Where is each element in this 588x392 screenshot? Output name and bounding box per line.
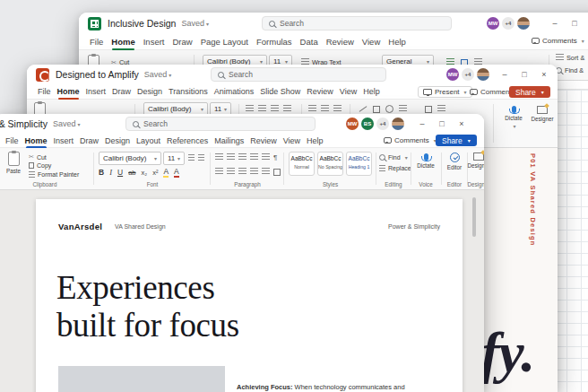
avatar[interactable]: MW <box>487 17 499 30</box>
sort-filter-button[interactable]: Sort & <box>556 54 584 62</box>
find-select-button[interactable]: Find & <box>556 66 584 74</box>
avatar[interactable]: BS <box>361 118 374 130</box>
chevron-down-icon: ▾ <box>224 106 227 112</box>
font-group-label: Font <box>99 181 206 187</box>
tab-home[interactable]: Home <box>25 135 48 147</box>
underline-button[interactable]: U <box>117 168 123 177</box>
comments-button[interactable]: Comments ▾ <box>384 136 437 144</box>
shapes-icons[interactable] <box>359 105 407 113</box>
tab-data[interactable]: Data <box>300 35 318 48</box>
tab-file[interactable]: File <box>90 35 103 48</box>
maximize-button[interactable]: □ <box>432 119 452 128</box>
font-size-select[interactable]: 11 ▾ <box>163 152 185 165</box>
subscript-button[interactable]: x₂ <box>141 169 147 177</box>
tab-review[interactable]: Review <box>326 35 354 48</box>
dictate-button[interactable]: Dictate ▾ <box>500 105 527 129</box>
comments-button[interactable]: Comments ▾ <box>532 37 584 45</box>
minimize-button[interactable]: – <box>495 70 514 79</box>
close-button[interactable]: × <box>452 119 471 128</box>
share-button[interactable]: Share ▾ <box>436 135 477 146</box>
tab-insert[interactable]: Insert <box>143 35 165 48</box>
tab-review[interactable]: Review <box>307 85 333 98</box>
tab-view[interactable]: View <box>362 35 380 48</box>
minimize-button[interactable]: – <box>412 119 432 128</box>
maximize-button[interactable]: □ <box>514 70 534 79</box>
tab-home[interactable]: Home <box>111 35 134 48</box>
tab-draw[interactable]: Draw <box>112 85 131 98</box>
tab-file[interactable]: File <box>5 135 19 147</box>
highlight-color-button[interactable]: A <box>163 167 169 178</box>
tab-review[interactable]: Review <box>250 135 277 147</box>
find-button[interactable]: Find ▾ <box>379 154 408 161</box>
format-painter-button[interactable]: Format Painter <box>29 171 79 178</box>
tab-draw[interactable]: Draw <box>172 35 192 48</box>
dictate-button[interactable]: Dictate <box>414 152 437 169</box>
avatar-overflow-count[interactable]: +4 <box>462 68 474 81</box>
chevron-down-icon: ▾ <box>154 155 157 161</box>
style-card-heading1[interactable]: AaBbCc Heading 1 <box>346 152 372 176</box>
italic-button[interactable]: I <box>109 168 112 177</box>
tab-file[interactable]: File <box>38 85 51 98</box>
avatar-overflow-count[interactable]: +4 <box>376 118 389 130</box>
bullets-icon <box>215 153 223 161</box>
editor-button[interactable]: Editor <box>444 152 465 170</box>
tab-view[interactable]: View <box>283 135 300 147</box>
font-color-button[interactable]: A <box>174 167 179 178</box>
close-button[interactable]: × <box>584 19 588 28</box>
maximize-button[interactable]: □ <box>565 19 584 28</box>
paragraph-row1-buttons[interactable]: ¶ <box>215 153 277 161</box>
vertical-scrollbar[interactable] <box>472 197 476 237</box>
tab-transitions[interactable]: Transitions <box>169 85 208 98</box>
tab-help[interactable]: Help <box>363 85 380 98</box>
present-button[interactable]: Present ▾ <box>418 86 472 98</box>
avatar-photo[interactable] <box>392 118 404 130</box>
arrange-icons[interactable] <box>425 105 445 113</box>
powerpoint-search-input[interactable]: Search <box>211 67 386 82</box>
paragraph-row2-buttons[interactable] <box>215 168 281 176</box>
font-name-select[interactable]: Calibri (Body) ▾ <box>99 152 161 165</box>
tab-help[interactable]: Help <box>307 135 324 147</box>
tab-mailings[interactable]: Mailings <box>214 135 244 147</box>
designer-button[interactable]: Designer <box>469 152 484 169</box>
avatar-photo[interactable] <box>517 17 530 30</box>
copy-button[interactable]: Copy <box>29 162 51 169</box>
avatar[interactable]: MW <box>446 68 459 81</box>
document-page[interactable]: VanArsdel VA Shared Design Power & Simpl… <box>36 199 463 392</box>
designer-button[interactable]: Designer <box>529 106 556 122</box>
tab-design[interactable]: Design <box>137 85 162 98</box>
word-search-input[interactable]: Search <box>125 117 316 131</box>
text-formatting-icons[interactable] <box>246 105 291 113</box>
avatar[interactable]: MW <box>346 118 359 130</box>
font-grow-shrink-buttons[interactable] <box>188 154 204 161</box>
tab-page-layout[interactable]: Page Layout <box>201 35 248 48</box>
tab-draw[interactable]: Draw <box>80 135 99 147</box>
tab-help[interactable]: Help <box>388 35 406 48</box>
paste-button[interactable]: Paste <box>2 152 25 174</box>
bold-button[interactable]: B <box>99 168 104 177</box>
font-style-buttons[interactable]: B I U ab x₂ x² A A <box>99 167 179 178</box>
close-button[interactable]: × <box>534 70 554 79</box>
excel-search-input[interactable]: Search <box>262 16 452 30</box>
superscript-button[interactable]: x² <box>152 169 158 177</box>
share-button[interactable]: Share ▾ <box>509 86 550 98</box>
tab-slide-show[interactable]: Slide Show <box>260 85 300 98</box>
tab-design[interactable]: Design <box>105 135 130 147</box>
avatar-photo[interactable] <box>477 68 489 81</box>
strikethrough-button[interactable]: ab <box>128 169 135 177</box>
paragraph-icons[interactable] <box>308 105 342 113</box>
replace-button[interactable]: Replace <box>379 165 411 171</box>
tab-references[interactable]: References <box>167 135 208 147</box>
tab-layout[interactable]: Layout <box>136 135 160 147</box>
tab-insert[interactable]: Insert <box>54 135 74 147</box>
tab-view[interactable]: View <box>340 85 357 98</box>
tab-home[interactable]: Home <box>57 85 80 98</box>
tab-formulas[interactable]: Formulas <box>256 35 292 48</box>
cut-button[interactable]: ✂ Cut <box>29 153 47 161</box>
tab-insert[interactable]: Insert <box>86 85 107 98</box>
avatar-overflow-count[interactable]: +4 <box>502 17 514 30</box>
document-header-left: VA Shared Design <box>115 223 166 230</box>
minimize-button[interactable]: – <box>545 19 565 28</box>
style-card-no-spacing[interactable]: AaBbCc No Spacing <box>317 152 343 176</box>
tab-animations[interactable]: Animations <box>214 85 255 98</box>
style-card-normal[interactable]: AaBbCc Normal <box>289 152 315 176</box>
